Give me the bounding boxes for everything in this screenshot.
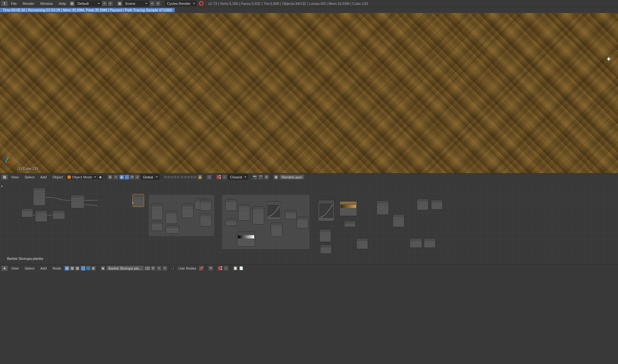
layout-dropdown[interactable]: Default bbox=[75, 1, 101, 6]
node[interactable] bbox=[151, 221, 163, 231]
node[interactable] bbox=[410, 238, 422, 248]
fake-user-button[interactable]: F bbox=[151, 266, 156, 271]
node[interactable] bbox=[271, 223, 282, 237]
node[interactable] bbox=[225, 199, 237, 211]
layer-btn[interactable] bbox=[177, 176, 180, 179]
menu-select[interactable]: Select bbox=[22, 266, 37, 271]
editor-type-icon[interactable]: ▦ bbox=[1, 175, 8, 180]
material-name-field[interactable]: Bartek Skorupa pla... bbox=[106, 265, 144, 271]
3d-viewport[interactable]: ✦ (1) Cube.133 bbox=[0, 13, 618, 173]
material-users-button[interactable]: 132 bbox=[145, 266, 150, 271]
menu-view[interactable]: View bbox=[8, 175, 21, 180]
snap-toggle[interactable]: 🧲 bbox=[217, 266, 223, 271]
material-browse-icon[interactable]: ◉ bbox=[100, 266, 105, 271]
scene-delete-button[interactable]: × bbox=[155, 1, 161, 6]
world-shader-button[interactable]: 🌐 bbox=[86, 266, 91, 271]
node[interactable] bbox=[200, 213, 212, 226]
node[interactable] bbox=[285, 210, 297, 219]
node-colorramp[interactable] bbox=[340, 201, 357, 216]
menu-node[interactable]: Node bbox=[50, 266, 64, 271]
collapse-icon[interactable] bbox=[1, 185, 3, 188]
render-layer-field[interactable]: RenderLayer bbox=[279, 174, 304, 180]
node[interactable] bbox=[238, 204, 250, 221]
menu-select[interactable]: Select bbox=[22, 175, 37, 180]
node[interactable] bbox=[33, 188, 45, 206]
layer-btn[interactable] bbox=[170, 176, 173, 179]
layer-btn[interactable] bbox=[187, 176, 190, 179]
editor-type-icon[interactable]: ℹ bbox=[1, 1, 8, 6]
mode-dropdown[interactable]: Object Mode bbox=[66, 175, 97, 179]
layer-btn[interactable] bbox=[190, 176, 193, 179]
orientation-dropdown[interactable]: Global bbox=[141, 174, 159, 180]
snap-element-dropdown[interactable]: ▫ bbox=[223, 266, 229, 271]
object-shader-button[interactable]: ▢ bbox=[80, 266, 86, 271]
node[interactable] bbox=[356, 238, 368, 249]
menu-render[interactable]: Render bbox=[20, 1, 37, 6]
node-curve[interactable] bbox=[266, 201, 281, 220]
layer-btn[interactable] bbox=[193, 176, 197, 179]
scene-browse-icon[interactable]: ▦ bbox=[117, 1, 122, 6]
node[interactable] bbox=[53, 210, 65, 219]
node-output[interactable] bbox=[431, 200, 443, 210]
node[interactable] bbox=[344, 221, 356, 227]
node-colorramp[interactable] bbox=[237, 232, 255, 247]
node[interactable] bbox=[71, 195, 84, 208]
menu-window[interactable]: Window bbox=[38, 1, 56, 6]
node[interactable] bbox=[200, 200, 212, 211]
lamp-shader-button[interactable]: ◐ bbox=[91, 266, 96, 271]
material-delete-button[interactable]: × bbox=[162, 266, 167, 271]
scale-manipulator[interactable]: ⤢ bbox=[135, 175, 140, 180]
copy-nodes-button[interactable]: 📋 bbox=[233, 266, 238, 271]
node[interactable] bbox=[21, 208, 33, 217]
opengl-render-button[interactable]: 📷 bbox=[252, 175, 257, 180]
shader-tree-button[interactable]: ◉ bbox=[64, 266, 69, 271]
shading-dropdown[interactable]: ◉ bbox=[98, 175, 103, 180]
proportional-editing-dropdown[interactable]: ○ bbox=[207, 175, 212, 180]
node-curve[interactable] bbox=[318, 200, 334, 221]
menu-file[interactable]: File bbox=[8, 1, 19, 6]
compositing-tree-button[interactable]: ▦ bbox=[69, 266, 75, 271]
node[interactable] bbox=[424, 238, 436, 248]
node[interactable] bbox=[253, 206, 264, 224]
rotate-manipulator[interactable]: ⟳ bbox=[130, 175, 135, 180]
node[interactable] bbox=[166, 225, 179, 234]
go-parent-button[interactable]: ↰ bbox=[208, 266, 213, 271]
node[interactable] bbox=[377, 200, 389, 215]
editor-type-icon[interactable]: ◈ bbox=[1, 266, 8, 271]
node[interactable] bbox=[320, 245, 332, 254]
scene-add-button[interactable]: + bbox=[150, 1, 155, 6]
pivot-toggle[interactable]: • bbox=[113, 175, 118, 180]
texture-tree-button[interactable]: ▩ bbox=[75, 266, 80, 271]
translate-manipulator[interactable]: ↕ bbox=[124, 175, 130, 180]
layer-btn[interactable] bbox=[180, 176, 184, 179]
node[interactable] bbox=[166, 211, 177, 224]
menu-add[interactable]: Add bbox=[38, 266, 49, 271]
node[interactable] bbox=[151, 204, 163, 220]
manipulator-toggle[interactable]: ◆ bbox=[119, 175, 124, 180]
opengl-anim-button[interactable]: 🎬 bbox=[258, 175, 263, 180]
menu-object[interactable]: Object bbox=[50, 175, 66, 180]
lock-camera-icon[interactable]: 🔒 bbox=[197, 175, 203, 180]
snap-toggle[interactable]: 🧲 bbox=[216, 175, 221, 180]
snap-target-dropdown[interactable]: Closest bbox=[228, 174, 248, 180]
node-editor[interactable]: Bartek Skorupa planks bbox=[0, 180, 618, 264]
node[interactable] bbox=[182, 204, 193, 218]
layout-delete-button[interactable]: × bbox=[108, 1, 113, 6]
menu-view[interactable]: View bbox=[8, 266, 21, 271]
layer-btn[interactable] bbox=[173, 176, 177, 179]
node[interactable] bbox=[225, 219, 237, 226]
engine-dropdown[interactable]: Cycles Render bbox=[165, 1, 197, 6]
snap-element-dropdown[interactable]: ▫ bbox=[222, 175, 227, 180]
node[interactable] bbox=[417, 199, 428, 210]
scene-dropdown[interactable]: Scene bbox=[123, 1, 149, 6]
menu-help[interactable]: Help bbox=[56, 1, 69, 6]
pivot-dropdown[interactable]: ⊕ bbox=[107, 175, 113, 180]
menu-add[interactable]: Add bbox=[38, 175, 49, 180]
node[interactable] bbox=[319, 229, 331, 242]
render-pause-button[interactable]: ⏸ bbox=[264, 175, 269, 180]
pin-button[interactable]: 📌 bbox=[199, 266, 204, 271]
material-add-button[interactable]: + bbox=[156, 266, 162, 271]
use-nodes-checkbox[interactable] bbox=[172, 266, 176, 270]
layout-add-button[interactable]: + bbox=[102, 1, 107, 6]
layout-browse-icon[interactable]: ▦ bbox=[69, 1, 75, 6]
